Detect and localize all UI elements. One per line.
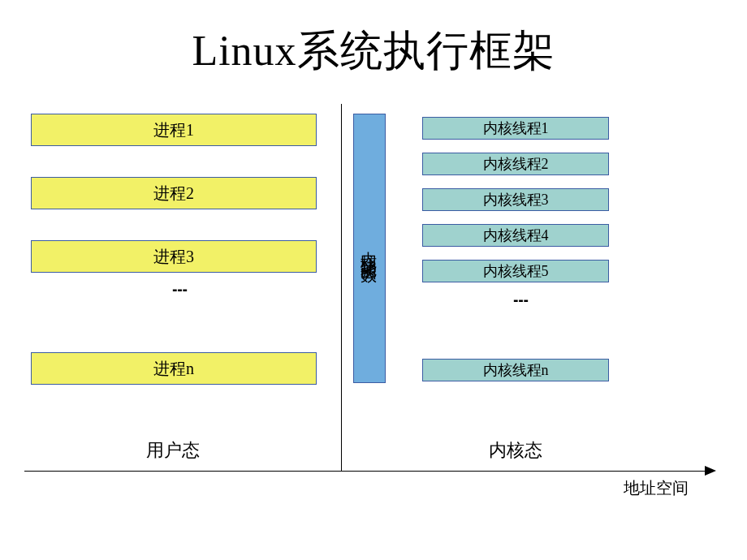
process-box: 进程3 (31, 240, 317, 273)
process-box: 进程1 (31, 114, 317, 146)
user-space-label: 用户态 (146, 438, 200, 463)
diagram-title: Linux系统执行框架 (0, 0, 747, 88)
vertical-divider (341, 104, 342, 471)
process-box: 进程n (31, 352, 317, 385)
kernel-thread-box: 内核线程4 (422, 224, 609, 247)
kernel-thread-box: 内核线程3 (422, 188, 609, 211)
kernel-thread-box: 内核线程5 (422, 260, 609, 282)
kernel-thread-box: 内核线程2 (422, 153, 609, 175)
kernel-thread-box: 内核线程1 (422, 117, 609, 140)
kernel-function-label: 内核功能函数 (359, 239, 381, 258)
process-box: 进程2 (31, 177, 317, 209)
axis-arrowhead-icon (705, 466, 716, 476)
vertical-ellipsis-icon: ┇ (513, 297, 529, 308)
kernel-space-label: 内核态 (489, 438, 542, 463)
horizontal-axis (24, 471, 706, 472)
diagram-canvas: 地址空间 进程1 进程2 进程3 ┇ 进程n 内核功能函数 内核线程1 内核线程… (24, 88, 723, 510)
axis-label: 地址空间 (624, 477, 689, 499)
kernel-thread-box: 内核线程n (422, 359, 609, 381)
vertical-ellipsis-icon: ┇ (172, 286, 188, 297)
kernel-function-box: 内核功能函数 (353, 114, 386, 383)
